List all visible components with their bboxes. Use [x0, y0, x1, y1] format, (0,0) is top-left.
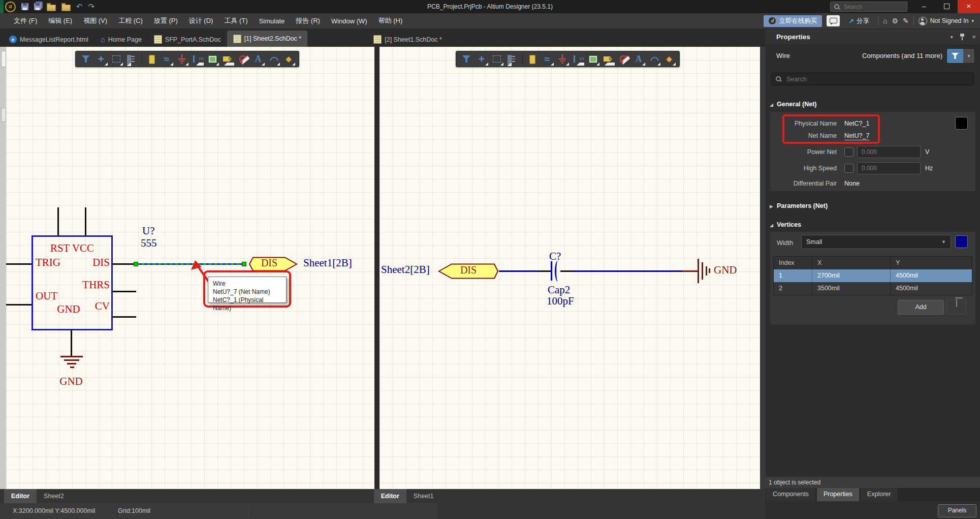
panels-button[interactable]: Panels: [938, 504, 976, 517]
pane-divider[interactable]: [374, 47, 380, 489]
tab-components[interactable]: Components: [766, 488, 815, 501]
power-net-input[interactable]: [858, 146, 920, 158]
customize-pen-icon[interactable]: ✎: [903, 17, 909, 25]
settings-gear-icon[interactable]: ⚙: [892, 17, 898, 25]
share-button[interactable]: ↗ 分享: [844, 16, 873, 26]
wire-rst[interactable]: [57, 207, 59, 235]
open-folder-icon[interactable]: [47, 5, 56, 11]
pin-panel-icon[interactable]: [959, 33, 965, 41]
power-port-gnd-label[interactable]: GND: [714, 264, 737, 277]
section-parameters-net[interactable]: ▶Parameters (Net): [770, 202, 828, 209]
home-icon[interactable]: ⌂: [883, 17, 887, 25]
sign-in-menu[interactable]: Not Signed In ▾: [919, 17, 976, 25]
wire-color-swatch[interactable]: [955, 235, 968, 248]
gnd-stub[interactable]: [682, 270, 698, 272]
menu-place[interactable]: 放置 (P): [148, 16, 183, 25]
gnd-symbol-bar[interactable]: [60, 356, 83, 357]
component-comment[interactable]: 555: [141, 237, 157, 250]
gnd-symbol-bar[interactable]: [64, 359, 79, 361]
pin-label-trig[interactable]: TRIG: [36, 256, 60, 269]
panel-menu-icon[interactable]: ▾: [951, 35, 953, 40]
select-area-icon[interactable]: [110, 53, 122, 65]
net-name-value[interactable]: NetU?_7: [844, 132, 869, 140]
filter-funnel-button[interactable]: [947, 49, 963, 63]
place-harness-icon[interactable]: [572, 53, 584, 65]
component-designator[interactable]: U?: [142, 225, 155, 237]
selection-handle[interactable]: [134, 262, 138, 266]
save-icon[interactable]: [21, 3, 28, 10]
right-editor-tab[interactable]: Editor: [374, 489, 406, 503]
place-power-port-icon[interactable]: [556, 53, 568, 65]
cap-pin-2[interactable]: [560, 270, 573, 272]
gnd-symbol-bar[interactable]: [70, 367, 74, 368]
pin-label-gnd[interactable]: GND: [51, 303, 86, 316]
gnd-symbol-bar[interactable]: [709, 268, 710, 273]
pin-label-out[interactable]: OUT: [36, 290, 57, 302]
place-text-icon[interactable]: A: [633, 53, 645, 65]
wire-gnd[interactable]: [71, 330, 72, 356]
pin-label-thrs[interactable]: THRS: [70, 279, 110, 291]
menu-edit[interactable]: 编辑 (E): [43, 16, 78, 25]
delete-vertex-button[interactable]: [946, 299, 966, 315]
high-speed-input[interactable]: [858, 163, 920, 174]
menu-simulate[interactable]: Simulate: [254, 17, 291, 25]
selection-handle[interactable]: [242, 262, 246, 266]
redo-icon[interactable]: ↷: [88, 2, 95, 11]
tab-sfp-porta-schdoc[interactable]: SFP_PortA.SchDoc: [148, 32, 227, 47]
menu-view[interactable]: 视图 (V): [78, 16, 113, 25]
place-harness-icon[interactable]: [191, 53, 203, 65]
tab-message-list-report[interactable]: e MessageListReport.html: [3, 32, 94, 47]
schematic-canvas-sheet1[interactable]: + ≈ A ◆ Sheet2[2B] DIS: [380, 47, 760, 489]
save-all-icon[interactable]: [34, 3, 41, 10]
right-sheet1-tab[interactable]: Sheet1: [406, 489, 441, 503]
tab-sheet1-schdoc[interactable]: [2] Sheet1.SchDoc *: [367, 32, 448, 47]
port-dis-label[interactable]: DIS: [253, 257, 286, 269]
place-wire-icon[interactable]: ≈: [161, 53, 173, 65]
move-selection-icon[interactable]: +: [476, 53, 488, 65]
pin-cv-stub[interactable]: [113, 316, 136, 318]
wire-trig[interactable]: [6, 263, 31, 265]
close-button[interactable]: ×: [958, 0, 980, 13]
tab-home-page[interactable]: ⌂ Home Page: [94, 32, 148, 47]
width-dropdown[interactable]: Small ▼: [801, 235, 951, 249]
tab-sheet2-schdoc[interactable]: [1] Sheet2.SchDoc *: [227, 30, 308, 47]
high-speed-field[interactable]: [857, 162, 921, 174]
filter-scope-label[interactable]: Components (and 11 more): [862, 52, 942, 59]
properties-search-input[interactable]: [785, 75, 970, 83]
capacitor-plate[interactable]: [551, 261, 552, 281]
canvas-scrollbar-strip[interactable]: [760, 47, 766, 489]
undo-icon[interactable]: ↶: [76, 2, 83, 11]
filter-icon[interactable]: [80, 53, 92, 65]
wire-out[interactable]: [6, 304, 31, 306]
add-vertex-button[interactable]: Add: [898, 300, 944, 315]
place-part-icon[interactable]: [526, 53, 538, 65]
wire-net[interactable]: [499, 270, 540, 272]
power-net-checkbox[interactable]: [844, 147, 853, 157]
global-search-input[interactable]: [843, 3, 904, 10]
wire-vcc[interactable]: [85, 207, 86, 235]
section-vertices[interactable]: ◢Vertices: [770, 221, 801, 228]
left-sheet2-tab[interactable]: Sheet2: [37, 489, 71, 503]
align-icon[interactable]: [125, 53, 138, 65]
place-port-icon[interactable]: [222, 53, 234, 65]
collapsed-panel-strip[interactable]: [0, 47, 6, 489]
minimize-button[interactable]: –: [913, 0, 935, 13]
wire-net[interactable]: [573, 270, 682, 272]
place-sheet-symbol-icon[interactable]: [587, 53, 599, 65]
pin-label-rst-vcc[interactable]: RST VCC: [31, 242, 113, 255]
vertex-row-1[interactable]: 1 2700mil 4500mil: [774, 269, 972, 282]
align-icon[interactable]: [506, 53, 518, 65]
pin-label-dis[interactable]: DIS: [77, 256, 110, 269]
filter-icon[interactable]: [460, 53, 472, 65]
global-search-box[interactable]: [830, 2, 907, 12]
net-color-swatch[interactable]: [955, 117, 968, 130]
menu-design[interactable]: 设计 (D): [183, 16, 219, 25]
pin-label-cv[interactable]: CV: [87, 300, 110, 313]
buy-online-button[interactable]: d 立即在线购买: [764, 15, 822, 27]
menu-window[interactable]: Window (W): [326, 17, 373, 25]
schematic-canvas-sheet2[interactable]: + ≈ A ◆ U? 555 RST VCC TRIG DIS: [6, 47, 374, 489]
gnd-symbol-bar[interactable]: [67, 363, 76, 364]
no-erc-icon[interactable]: [237, 53, 249, 65]
place-wire-icon[interactable]: ≈: [541, 53, 553, 65]
gnd-symbol-bar[interactable]: [702, 262, 703, 280]
